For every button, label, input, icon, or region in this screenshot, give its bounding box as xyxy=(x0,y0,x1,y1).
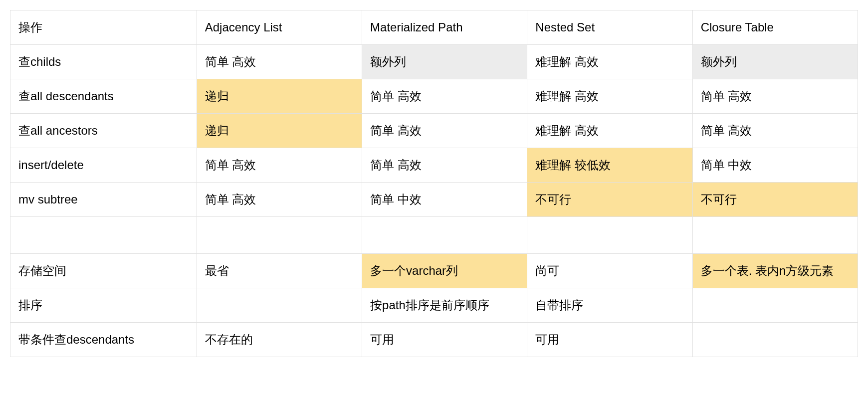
cell-value: 简单 高效 xyxy=(362,114,527,148)
cell-value: 简单 高效 xyxy=(197,148,362,183)
cell-value: 不存在的 xyxy=(197,323,362,357)
cell-value: 递归 xyxy=(197,114,362,148)
table-row-empty xyxy=(10,217,858,254)
cell-empty xyxy=(197,217,362,254)
cell-value: 难理解 高效 xyxy=(527,79,692,114)
header-row: 操作 Adjacency List Materialized Path Nest… xyxy=(10,10,858,45)
cell-op: 查childs xyxy=(10,45,197,79)
cell-value: 不可行 xyxy=(527,183,692,217)
cell-value: 简单 高效 xyxy=(197,45,362,79)
cell-value xyxy=(197,288,362,323)
cell-empty xyxy=(527,217,692,254)
cell-value: 额外列 xyxy=(362,45,527,79)
cell-value: 额外列 xyxy=(692,45,858,79)
cell-op: 带条件查descendants xyxy=(10,323,197,357)
cell-value: 最省 xyxy=(197,254,362,288)
cell-value: 简单 高效 xyxy=(362,148,527,183)
cell-value xyxy=(692,288,858,323)
cell-value xyxy=(692,323,858,357)
cell-value: 难理解 较低效 xyxy=(527,148,692,183)
table-row: 查childs 简单 高效 额外列 难理解 高效 额外列 xyxy=(10,45,858,79)
cell-op: mv subtree xyxy=(10,183,197,217)
cell-empty xyxy=(10,217,197,254)
cell-value: 递归 xyxy=(197,79,362,114)
cell-value: 简单 高效 xyxy=(692,79,858,114)
cell-empty xyxy=(362,217,527,254)
cell-value: 难理解 高效 xyxy=(527,114,692,148)
cell-value: 多一个varchar列 xyxy=(362,254,527,288)
cell-value: 不可行 xyxy=(692,183,858,217)
cell-op: 排序 xyxy=(10,288,197,323)
table-row: 带条件查descendants 不存在的 可用 可用 xyxy=(10,323,858,357)
cell-value: 简单 高效 xyxy=(197,183,362,217)
cell-value: 简单 中效 xyxy=(692,148,858,183)
cell-op: 查all ancestors xyxy=(10,114,197,148)
header-operation: 操作 xyxy=(10,10,197,45)
table-row: 排序 按path排序是前序顺序 自带排序 xyxy=(10,288,858,323)
cell-op: insert/delete xyxy=(10,148,197,183)
table-row: 查all descendants 递归 简单 高效 难理解 高效 简单 高效 xyxy=(10,79,858,114)
table-row: 存储空间 最省 多一个varchar列 尚可 多一个表. 表内n方级元素 xyxy=(10,254,858,288)
cell-value: 简单 高效 xyxy=(362,79,527,114)
table-row: 查all ancestors 递归 简单 高效 难理解 高效 简单 高效 xyxy=(10,114,858,148)
cell-value: 按path排序是前序顺序 xyxy=(362,288,527,323)
header-nested-set: Nested Set xyxy=(527,10,692,45)
cell-value: 简单 高效 xyxy=(692,114,858,148)
header-materialized-path: Materialized Path xyxy=(362,10,527,45)
cell-value: 简单 中效 xyxy=(362,183,527,217)
cell-empty xyxy=(692,217,858,254)
cell-value: 自带排序 xyxy=(527,288,692,323)
cell-value: 多一个表. 表内n方级元素 xyxy=(692,254,858,288)
cell-value: 尚可 xyxy=(527,254,692,288)
cell-op: 存储空间 xyxy=(10,254,197,288)
table-row: mv subtree 简单 高效 简单 中效 不可行 不可行 xyxy=(10,183,858,217)
cell-op: 查all descendants xyxy=(10,79,197,114)
cell-value: 可用 xyxy=(362,323,527,357)
table-row: insert/delete 简单 高效 简单 高效 难理解 较低效 简单 中效 xyxy=(10,148,858,183)
header-closure-table: Closure Table xyxy=(692,10,858,45)
comparison-table: 操作 Adjacency List Materialized Path Nest… xyxy=(10,10,858,357)
cell-value: 难理解 高效 xyxy=(527,45,692,79)
cell-value: 可用 xyxy=(527,323,692,357)
header-adjacency-list: Adjacency List xyxy=(197,10,362,45)
